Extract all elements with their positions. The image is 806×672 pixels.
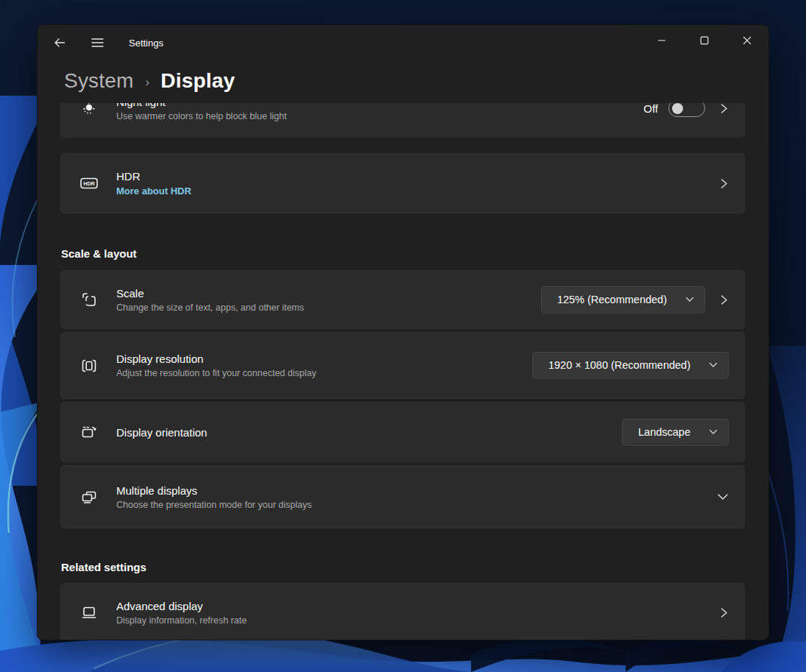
multiple-displays-expand-chevron[interactable] bbox=[717, 493, 729, 501]
page-title: Display bbox=[160, 69, 235, 93]
night-light-toggle-label: Off bbox=[643, 103, 658, 115]
multiple-displays-title: Multiple displays bbox=[116, 484, 717, 497]
settings-content: Night light Use warmer colors to help bl… bbox=[60, 103, 745, 640]
window-controls bbox=[640, 25, 768, 56]
chevron-down-icon bbox=[717, 493, 729, 501]
display-resolution-title: Display resolution bbox=[116, 353, 532, 365]
chevron-right-icon bbox=[719, 607, 729, 618]
hdr-more-link[interactable]: More about HDR bbox=[116, 185, 719, 197]
settings-window: Settings System › Display bbox=[37, 24, 769, 640]
scale-subtitle: Change the size of text, apps, and other… bbox=[116, 303, 541, 313]
multiple-displays-subtitle: Choose the presentation mode for your di… bbox=[116, 500, 717, 510]
chevron-right-icon bbox=[719, 178, 729, 189]
display-orientation-title: Display orientation bbox=[116, 426, 622, 439]
navigation-menu-button[interactable] bbox=[82, 30, 112, 55]
maximize-icon bbox=[700, 36, 709, 45]
setting-row-multiple-displays[interactable]: Multiple displays Choose the presentatio… bbox=[60, 465, 745, 528]
setting-row-hdr[interactable]: HDR HDR More about HDR bbox=[60, 153, 745, 213]
hamburger-icon bbox=[91, 38, 104, 48]
breadcrumb-separator-icon: › bbox=[146, 75, 150, 90]
setting-row-scale[interactable]: Scale Change the size of text, apps, and… bbox=[60, 270, 745, 329]
breadcrumb: System › Display bbox=[64, 69, 235, 93]
titlebar: Settings bbox=[38, 25, 768, 60]
chevron-right-icon bbox=[719, 294, 729, 305]
setting-row-display-orientation[interactable]: Display orientation Landscape bbox=[60, 402, 745, 462]
chevron-right-icon bbox=[719, 103, 729, 114]
scale-dropdown[interactable]: 125% (Recommended) bbox=[541, 286, 705, 314]
night-light-title: Night light bbox=[116, 103, 643, 108]
setting-row-night-light[interactable]: Night light Use warmer colors to help bl… bbox=[60, 103, 745, 138]
section-header-scale-layout: Scale & layout bbox=[61, 247, 745, 260]
advanced-display-icon bbox=[79, 603, 99, 622]
chevron-down-icon bbox=[685, 297, 694, 303]
display-resolution-dropdown[interactable]: 1920 × 1080 (Recommended) bbox=[532, 352, 729, 379]
minimize-icon bbox=[657, 36, 666, 45]
display-resolution-subtitle: Adjust the resolution to fit your connec… bbox=[116, 368, 532, 378]
night-light-subtitle: Use warmer colors to help block blue lig… bbox=[116, 111, 643, 121]
chevron-down-icon bbox=[709, 429, 718, 435]
app-title: Settings bbox=[129, 38, 163, 49]
night-light-chevron[interactable] bbox=[719, 103, 729, 114]
advanced-display-title: Advanced display bbox=[116, 600, 719, 612]
scale-title: Scale bbox=[116, 287, 541, 300]
close-icon bbox=[743, 36, 752, 45]
chevron-down-icon bbox=[709, 362, 718, 368]
night-light-icon bbox=[79, 103, 99, 118]
display-orientation-value: Landscape bbox=[638, 426, 690, 438]
scale-dropdown-value: 125% (Recommended) bbox=[557, 294, 667, 305]
hdr-icon-label: HDR bbox=[83, 180, 95, 187]
display-orientation-icon bbox=[79, 422, 99, 442]
hdr-icon: HDR bbox=[79, 174, 99, 193]
hdr-title: HDR bbox=[116, 170, 719, 183]
minimize-button[interactable] bbox=[640, 25, 683, 56]
multiple-displays-icon bbox=[79, 487, 99, 506]
display-resolution-icon bbox=[79, 356, 99, 375]
section-header-related-settings: Related settings bbox=[61, 561, 745, 573]
maximize-button[interactable] bbox=[683, 25, 726, 56]
advanced-display-subtitle: Display information, refresh rate bbox=[116, 615, 719, 626]
breadcrumb-system[interactable]: System bbox=[64, 69, 134, 93]
advanced-display-chevron[interactable] bbox=[719, 607, 729, 618]
toggle-knob bbox=[672, 103, 683, 114]
setting-row-advanced-display[interactable]: Advanced display Display information, re… bbox=[60, 583, 745, 640]
close-button[interactable] bbox=[726, 25, 768, 56]
night-light-toggle[interactable] bbox=[668, 103, 705, 117]
scale-chevron[interactable] bbox=[719, 294, 729, 305]
display-orientation-dropdown[interactable]: Landscape bbox=[622, 419, 729, 446]
display-resolution-value: 1920 × 1080 (Recommended) bbox=[548, 359, 690, 371]
hdr-chevron[interactable] bbox=[719, 178, 729, 189]
setting-row-display-resolution[interactable]: Display resolution Adjust the resolution… bbox=[60, 332, 745, 399]
arrow-left-icon bbox=[54, 37, 66, 49]
back-button[interactable] bbox=[45, 30, 74, 55]
scale-icon bbox=[79, 290, 99, 309]
